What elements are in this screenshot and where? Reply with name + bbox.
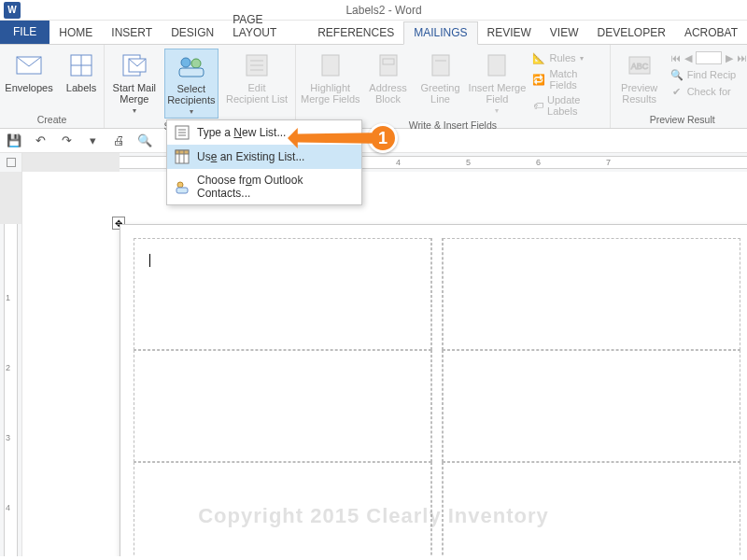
check-errors-button: ✔Check for — [669, 84, 747, 99]
svg-rect-14 — [380, 55, 397, 76]
save-icon[interactable]: 💾 — [6, 133, 22, 149]
svg-rect-15 — [383, 59, 394, 64]
preview-icon: ABC — [625, 50, 655, 80]
edit-recipient-list-button: Edit Recipient List — [224, 49, 289, 106]
arrow-icon — [288, 128, 372, 148]
chevron-down-icon: ▾ — [190, 107, 193, 116]
chevron-down-icon: ▾ — [133, 106, 136, 115]
ruler-tick: 2 — [6, 363, 10, 372]
tab-references[interactable]: REFERENCES — [308, 22, 403, 44]
greeting-line-button: Greeting Line — [417, 49, 464, 106]
label-cell[interactable] — [443, 238, 740, 350]
update-labels-button: 🏷Update Labels — [530, 93, 603, 118]
tab-insert[interactable]: INSERT — [102, 22, 162, 44]
vertical-ruler[interactable]: 1 2 3 4 — [0, 172, 22, 556]
svg-rect-13 — [322, 55, 339, 76]
svg-text:ABC: ABC — [630, 62, 648, 71]
group-create-label: Create — [0, 112, 104, 128]
tab-acrobat[interactable]: ACROBAT — [675, 22, 747, 44]
horizontal-ruler[interactable]: 1 2 3 4 5 6 7 — [22, 153, 747, 172]
callout-arrow: 1 — [288, 123, 398, 153]
ruler-tick: 6 — [536, 158, 541, 167]
label-cell[interactable] — [431, 238, 443, 350]
check-icon: ✔ — [670, 85, 684, 98]
tab-review[interactable]: REVIEW — [478, 22, 541, 44]
callout-badge: 1 — [368, 123, 398, 153]
svg-rect-18 — [488, 55, 505, 76]
menu-outlook-label: Choose from Outlook Contacts... — [197, 174, 352, 200]
check-errors-label: Check for — [687, 86, 731, 97]
label-cell[interactable] — [134, 350, 431, 462]
tab-selector-icon — [7, 158, 16, 167]
svg-rect-16 — [432, 55, 449, 76]
ruler-tick: 4 — [396, 158, 401, 167]
start-mail-merge-button[interactable]: Start Mail Merge ▾ — [110, 49, 159, 117]
window-title: Labels2 - Word — [21, 4, 747, 17]
outlook-icon — [175, 179, 190, 194]
tab-mailings[interactable]: MAILINGS — [403, 21, 477, 45]
svg-point-7 — [191, 59, 201, 68]
preview-results-button: ABC Preview Results — [616, 49, 663, 106]
chevron-down-icon: ▾ — [495, 106, 499, 115]
svg-point-6 — [181, 58, 190, 67]
undo-icon[interactable]: ↶ — [32, 133, 49, 149]
tab-page-layout[interactable]: PAGE LAYOUT — [223, 9, 308, 44]
svg-rect-30 — [176, 188, 188, 193]
redo-icon[interactable]: ↷ — [58, 133, 75, 149]
update-icon: 🏷 — [532, 99, 543, 112]
next-record-icon: ▶ — [726, 52, 733, 64]
tab-file[interactable]: FILE — [0, 21, 49, 44]
group-preview-label: Preview Result — [611, 112, 747, 128]
page-area[interactable]: ✥ — [22, 172, 747, 556]
tab-home[interactable]: HOME — [49, 22, 102, 44]
find-recipient-button: 🔍Find Recip — [669, 67, 747, 82]
highlight-merge-fields-button: Highlight Merge Fields — [302, 49, 359, 106]
tab-developer[interactable]: DEVELOPER — [588, 22, 675, 44]
greeting-label: Greeting Line — [420, 82, 459, 105]
ribbon: Envelopes Labels Create Start Mail Merge… — [0, 45, 747, 129]
ruler-tick: 3 — [6, 433, 10, 442]
greeting-icon — [426, 50, 456, 80]
menu-outlook-contacts[interactable]: Choose from Outlook Contacts... — [167, 169, 361, 204]
print-preview-icon[interactable]: 🔍 — [136, 133, 153, 149]
labels-icon — [66, 50, 96, 80]
table-row — [134, 350, 740, 462]
insert-merge-field-button: Insert Merge Field ▾ — [470, 49, 526, 117]
labels-button[interactable]: Labels — [58, 49, 105, 95]
ruler-tick: 5 — [466, 158, 471, 167]
chevron-down-icon: ▾ — [580, 54, 584, 63]
ruler-corner[interactable] — [0, 153, 22, 172]
start-mail-merge-icon — [120, 50, 149, 80]
select-recipients-label: Select Recipients — [167, 83, 215, 105]
quick-print-icon[interactable]: 🖨 — [110, 133, 127, 149]
record-number-field — [696, 51, 722, 64]
nav-record-buttons: ⏮ ◀ ▶ ⏭ — [669, 50, 747, 65]
title-bar: W Labels2 - Word — [0, 0, 747, 21]
insert-field-icon — [482, 50, 512, 80]
existing-list-icon — [175, 149, 190, 164]
insert-field-label: Insert Merge Field — [469, 82, 527, 105]
watermark-text: Copyright 2015 Clearly Inventory — [0, 504, 747, 528]
table-row — [134, 238, 740, 350]
ruler-tick: 1 — [6, 293, 10, 302]
labels-label: Labels — [66, 82, 96, 93]
document-workspace: 1 2 3 4 ✥ — [0, 172, 747, 556]
label-cell[interactable] — [134, 238, 431, 350]
search-icon: 🔍 — [670, 68, 684, 81]
recipients-icon — [176, 51, 206, 81]
label-cell[interactable] — [431, 350, 443, 462]
svg-rect-26 — [176, 150, 189, 154]
tab-view[interactable]: VIEW — [541, 22, 588, 44]
preview-label: Preview Results — [621, 82, 657, 105]
text-cursor — [149, 254, 150, 267]
edit-list-icon — [242, 50, 272, 80]
label-cell[interactable] — [443, 350, 740, 462]
tab-design[interactable]: DESIGN — [162, 22, 223, 44]
word-icon: W — [4, 2, 21, 19]
envelopes-button[interactable]: Envelopes — [6, 49, 52, 95]
ribbon-tabs: FILE HOME INSERT DESIGN PAGE LAYOUT REFE… — [0, 21, 747, 45]
customize-qat-icon[interactable]: ▾ — [84, 133, 101, 149]
last-record-icon: ⏭ — [737, 52, 747, 63]
update-labels-label: Update Labels — [547, 94, 602, 117]
select-recipients-button[interactable]: Select Recipients ▾ — [164, 49, 218, 119]
